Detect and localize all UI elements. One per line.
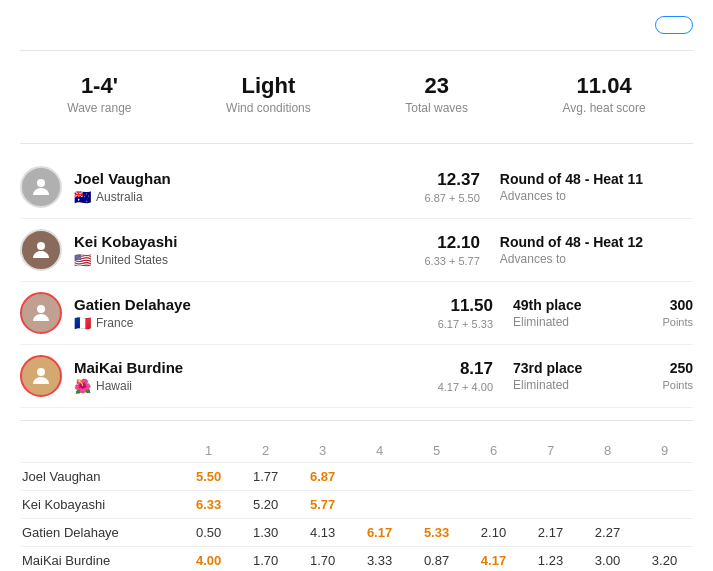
wave-score-row: Kei Kobayashi6.335.205.77 (20, 491, 693, 519)
wave-score-cell (408, 463, 465, 491)
wave-score-cell (579, 491, 636, 519)
country-name: France (96, 316, 133, 330)
wave-score-cell: 4.13 (294, 519, 351, 547)
wave-score-cell: 0.87 (408, 547, 465, 572)
surfer-total-score: 12.37 (425, 170, 480, 190)
surfer-advances: 73rd place (513, 360, 643, 376)
scores-table: 123456789 Joel Vaughan5.501.776.87Kei Ko… (20, 439, 693, 571)
wave-column-header: 1 (180, 439, 237, 463)
stat-label: Avg. heat score (563, 101, 646, 115)
wave-score-row: Gatien Delahaye0.501.304.136.175.332.102… (20, 519, 693, 547)
person-icon (29, 364, 53, 388)
scores-table-body: Joel Vaughan5.501.776.87Kei Kobayashi6.3… (20, 463, 693, 572)
wave-score-cell: 3.33 (351, 547, 408, 572)
surfer-country: 🇫🇷 France (74, 315, 438, 331)
wave-score-cell: 1.30 (237, 519, 294, 547)
person-icon (29, 301, 53, 325)
wave-score-cell (522, 463, 579, 491)
surfer-info: Kei Kobayashi 🇺🇸 United States (74, 233, 425, 268)
surfer-score-breakdown: 6.87 + 5.50 (425, 192, 480, 204)
wave-score-cell (465, 463, 522, 491)
country-flag: 🇦🇺 (74, 189, 91, 205)
surfers-section: Joel Vaughan 🇦🇺 Australia 12.37 6.87 + 5… (20, 156, 693, 408)
wave-score-row: MaiKai Burdine4.001.701.703.330.874.171.… (20, 547, 693, 572)
surfer-status: Advances to (500, 252, 643, 266)
surfer-country: 🇦🇺 Australia (74, 189, 425, 205)
wave-column-header: 2 (237, 439, 294, 463)
surfer-info: MaiKai Burdine 🌺 Hawaii (74, 359, 438, 394)
stat-item: Light Wind conditions (226, 73, 311, 115)
wave-score-cell: 5.77 (294, 491, 351, 519)
country-flag: 🇫🇷 (74, 315, 91, 331)
wave-column-header (20, 439, 180, 463)
stat-item: 11.04 Avg. heat score (563, 73, 646, 115)
stat-label: Wind conditions (226, 101, 311, 115)
wave-column-header: 6 (465, 439, 522, 463)
watch-replay-button[interactable] (655, 16, 693, 34)
surfer-score-block: 11.50 6.17 + 5.33 (438, 296, 493, 330)
surfer-status: Advances to (500, 189, 643, 203)
surfer-advances: Round of 48 - Heat 12 (500, 234, 643, 250)
country-name: Australia (96, 190, 143, 204)
surfer-result: Round of 48 - Heat 12 Advances to (500, 234, 643, 266)
wave-score-cell: 1.70 (294, 547, 351, 572)
wave-row-name: Kei Kobayashi (20, 491, 180, 519)
svg-point-3 (37, 368, 45, 376)
stat-value: 23 (405, 73, 468, 99)
surfer-total-score: 12.10 (425, 233, 480, 253)
wave-score-cell: 5.20 (237, 491, 294, 519)
wave-row-name: Joel Vaughan (20, 463, 180, 491)
wave-score-cell: 6.87 (294, 463, 351, 491)
wave-score-cell: 6.17 (351, 519, 408, 547)
wave-column-header: 4 (351, 439, 408, 463)
surfer-avatar (20, 355, 62, 397)
surfer-country: 🇺🇸 United States (74, 252, 425, 268)
wave-score-row: Joel Vaughan5.501.776.87 (20, 463, 693, 491)
surfer-row: Joel Vaughan 🇦🇺 Australia 12.37 6.87 + 5… (20, 156, 693, 219)
surfer-points: 250Points (643, 360, 693, 392)
surfer-score-breakdown: 6.17 + 5.33 (438, 318, 493, 330)
wave-column-header: 8 (579, 439, 636, 463)
stat-label: Wave range (67, 101, 131, 115)
wave-score-cell: 5.33 (408, 519, 465, 547)
stats-divider (20, 143, 693, 144)
surfer-avatar (20, 166, 62, 208)
surfer-score-block: 12.37 6.87 + 5.50 (425, 170, 480, 204)
surfer-name: MaiKai Burdine (74, 359, 438, 376)
svg-point-0 (37, 179, 45, 187)
scores-header-row: 123456789 (20, 439, 693, 463)
surfer-result: 73rd place Eliminated (513, 360, 643, 392)
person-icon (29, 175, 53, 199)
wave-score-cell: 3.00 (579, 547, 636, 572)
wave-score-cell: 1.70 (237, 547, 294, 572)
country-name: Hawaii (96, 379, 132, 393)
surfer-total-score: 8.17 (438, 359, 493, 379)
surfer-status: Eliminated (513, 315, 643, 329)
country-flag: 🇺🇸 (74, 252, 91, 268)
surfer-info: Joel Vaughan 🇦🇺 Australia (74, 170, 425, 205)
surfer-score-breakdown: 4.17 + 4.00 (438, 381, 493, 393)
page-header (20, 16, 693, 34)
surfer-name: Gatien Delahaye (74, 296, 438, 313)
wave-row-name: Gatien Delahaye (20, 519, 180, 547)
wave-score-cell: 1.23 (522, 547, 579, 572)
surfer-row: Kei Kobayashi 🇺🇸 United States 12.10 6.3… (20, 219, 693, 282)
wave-score-cell: 2.27 (579, 519, 636, 547)
wave-score-cell (522, 491, 579, 519)
surfer-avatar (20, 292, 62, 334)
wave-score-cell (636, 491, 693, 519)
wave-score-cell (408, 491, 465, 519)
surfer-score-block: 8.17 4.17 + 4.00 (438, 359, 493, 393)
surfer-points: 300Points (643, 297, 693, 329)
wave-score-cell (579, 463, 636, 491)
person-icon (29, 238, 53, 262)
wave-column-header: 7 (522, 439, 579, 463)
surfer-name: Kei Kobayashi (74, 233, 425, 250)
wave-score-cell: 3.20 (636, 547, 693, 572)
country-flag: 🌺 (74, 378, 91, 394)
wave-score-cell (351, 463, 408, 491)
surfer-score-block: 12.10 6.33 + 5.77 (425, 233, 480, 267)
stat-value: 11.04 (563, 73, 646, 99)
stat-item: 23 Total waves (405, 73, 468, 115)
wave-score-cell: 4.17 (465, 547, 522, 572)
